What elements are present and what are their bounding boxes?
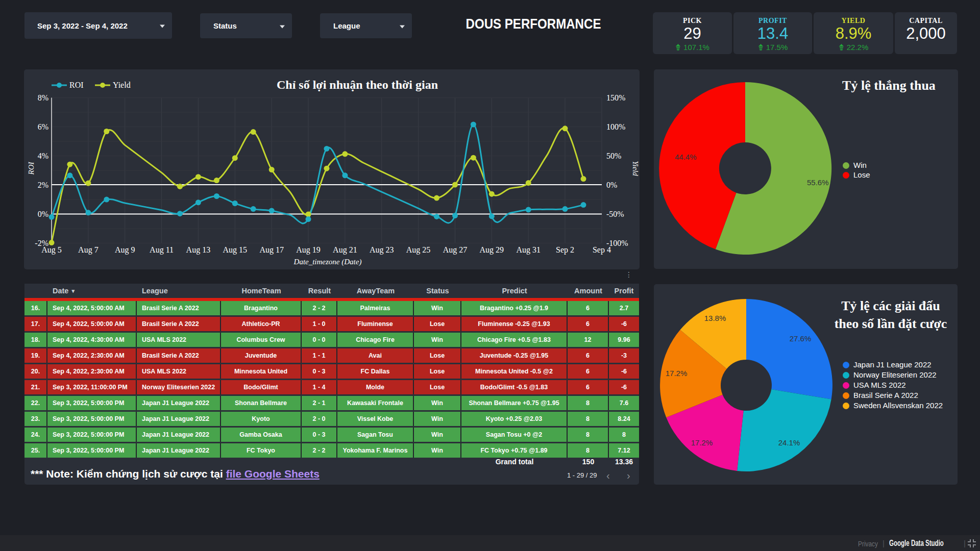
- svg-text:17.2%: 17.2%: [666, 369, 688, 378]
- svg-text:27.6%: 27.6%: [790, 334, 812, 343]
- svg-text:17.2%: 17.2%: [691, 438, 713, 447]
- svg-text:24.1%: 24.1%: [778, 438, 800, 447]
- svg-text:13.8%: 13.8%: [704, 314, 726, 322]
- svg-text:44.4%: 44.4%: [675, 153, 697, 161]
- svg-text:55.6%: 55.6%: [807, 178, 829, 187]
